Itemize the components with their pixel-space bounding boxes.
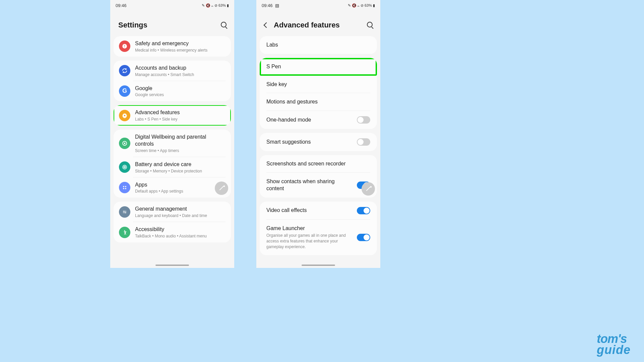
general-icon [119, 206, 130, 218]
item-text: Accounts and backup Manage accounts • Sm… [135, 65, 226, 77]
item-title: Battery and device care [135, 161, 226, 168]
header: Advanced features [256, 11, 380, 36]
item-subtitle: Labs • S Pen • Side key [135, 117, 226, 122]
watermark-logo: tom's guide [597, 334, 631, 355]
settings-item-wellbeing[interactable]: Digital Wellbeing and parental controls … [114, 130, 231, 157]
group-smart: Smart suggestions [260, 133, 377, 151]
status-time: 09:46 [262, 3, 273, 8]
screenshot-icon: ▧ [275, 3, 279, 8]
back-icon[interactable] [264, 22, 269, 28]
header-left: Advanced features [264, 21, 340, 29]
apps-icon [119, 182, 130, 193]
no-data-icon: ⊘ [361, 3, 364, 8]
svg-point-12 [125, 186, 126, 187]
item-s-pen[interactable]: S Pen [260, 58, 377, 76]
wifi-icon: ⩋ [358, 3, 360, 7]
item-video-call[interactable]: Video call effects [260, 202, 377, 220]
item-title: Motions and gestures [266, 98, 367, 105]
svg-rect-2 [124, 47, 125, 48]
svg-point-5 [124, 115, 126, 117]
wellbeing-icon [119, 138, 130, 149]
settings-group-device: Digital Wellbeing and parental controls … [114, 130, 231, 198]
item-subtitle: TalkBack • Mono audio • Assistant menu [135, 234, 226, 238]
item-title: Labs [266, 42, 367, 49]
settings-item-general[interactable]: General management Language and keyboard… [114, 202, 231, 222]
item-text: General management Language and keyboard… [135, 206, 226, 218]
item-title: Google [135, 85, 226, 92]
toggle-one-handed[interactable] [357, 116, 370, 124]
item-text: Battery and device care Storage • Memory… [135, 161, 226, 173]
nav-bar-indicator[interactable] [155, 265, 189, 266]
item-text: Accessibility TalkBack • Mono audio • As… [135, 226, 226, 238]
status-bar: 09:46 ✎ 🔇 ⩋ ⊘ 63% ▮ [110, 0, 234, 11]
item-smart-suggestions[interactable]: Smart suggestions [260, 133, 377, 151]
item-side-key[interactable]: Side key [260, 76, 377, 93]
group-spen: S Pen Side key Motions and gestures One-… [260, 58, 377, 129]
page-title: Settings [118, 21, 147, 29]
phone-screenshot-advanced-features: 09:46 ▧ ✎ 🔇 ⩋ ⊘ 63% ▮ Advanced features … [256, 0, 380, 268]
toggle-game-launcher[interactable] [357, 234, 370, 241]
item-title: One-handed mode [266, 117, 353, 124]
item-subtitle: Manage accounts • Smart Switch [135, 72, 226, 77]
gear-icon [119, 110, 130, 121]
item-text: Google Google services [135, 85, 226, 97]
item-motions[interactable]: Motions and gestures [260, 93, 377, 111]
mute-icon: 🔇 [352, 3, 357, 8]
item-screenshots[interactable]: Screenshots and screen recorder [260, 155, 377, 173]
item-one-handed[interactable]: One-handed mode [260, 111, 377, 129]
safety-icon [119, 41, 130, 52]
google-icon: G [119, 85, 130, 97]
settings-item-advanced-features[interactable]: Advanced features Labs • S Pen • Side ke… [114, 105, 231, 126]
item-subtitle: Google services [135, 92, 226, 97]
svg-point-18 [125, 212, 126, 213]
item-title: General management [135, 206, 226, 213]
item-subtitle: Organise all your games all in one place… [266, 233, 353, 249]
search-icon[interactable] [367, 22, 374, 28]
item-title: Show contacts when sharing content [266, 178, 353, 192]
item-title: Accessibility [135, 226, 226, 233]
item-title: S Pen [266, 63, 367, 70]
settings-item-google[interactable]: G Google Google services [114, 81, 231, 101]
search-icon[interactable] [221, 22, 228, 28]
svg-point-11 [123, 186, 124, 187]
item-subtitle: Language and keyboard • Date and time [135, 213, 226, 218]
svg-rect-1 [124, 45, 125, 47]
settings-item-apps[interactable]: Apps Default apps • App settings [114, 177, 231, 198]
status-time: 09:46 [116, 3, 127, 8]
settings-item-battery[interactable]: Battery and device care Storage • Memory… [114, 157, 231, 177]
nav-bar-indicator[interactable] [302, 265, 335, 266]
item-game-launcher[interactable]: Game Launcher Organise all your games al… [260, 220, 377, 255]
item-subtitle: Screen time • App timers [135, 148, 226, 153]
group-screenshots: Screenshots and screen recorder Show con… [260, 155, 377, 197]
pen-icon: ✎ [202, 3, 205, 8]
watermark-line2: guide [597, 345, 631, 355]
status-icons: ✎ 🔇 ⩋ ⊘ 63% ▮ [202, 3, 229, 8]
item-title: Apps [135, 182, 226, 189]
svg-point-7 [124, 143, 126, 144]
item-show-contacts[interactable]: Show contacts when sharing content [260, 173, 377, 198]
item-title: Accounts and backup [135, 65, 226, 72]
item-subtitle: Default apps • App settings [135, 189, 226, 194]
settings-item-accounts[interactable]: Accounts and backup Manage accounts • Sm… [114, 61, 231, 81]
svg-point-19 [124, 230, 125, 231]
settings-item-accessibility[interactable]: Accessibility TalkBack • Mono audio • As… [114, 222, 231, 242]
edit-fab[interactable] [362, 182, 375, 196]
settings-item-safety[interactable]: Safety and emergency Medical info • Wire… [114, 36, 231, 57]
group-labs: Labs [260, 36, 377, 54]
item-title: Safety and emergency [135, 40, 226, 47]
toggle-video-call[interactable] [357, 207, 370, 214]
svg-point-14 [125, 188, 126, 189]
battery-icon: ▮ [227, 3, 229, 8]
group-video: Video call effects Game Launcher Organis… [260, 202, 377, 255]
sync-icon [119, 65, 130, 76]
item-title: Digital Wellbeing and parental controls [135, 134, 226, 148]
item-labs[interactable]: Labs [260, 36, 377, 54]
item-subtitle: Storage • Memory • Device protection [135, 169, 226, 173]
item-text: Safety and emergency Medical info • Wire… [135, 40, 226, 53]
item-title: Smart suggestions [266, 139, 353, 146]
item-title: Side key [266, 81, 367, 88]
battery-text: 63% [218, 3, 226, 7]
item-title: Screenshots and screen recorder [266, 160, 367, 167]
status-bar: 09:46 ▧ ✎ 🔇 ⩋ ⊘ 63% ▮ [256, 0, 380, 11]
toggle-smart-suggestions[interactable] [357, 138, 370, 146]
